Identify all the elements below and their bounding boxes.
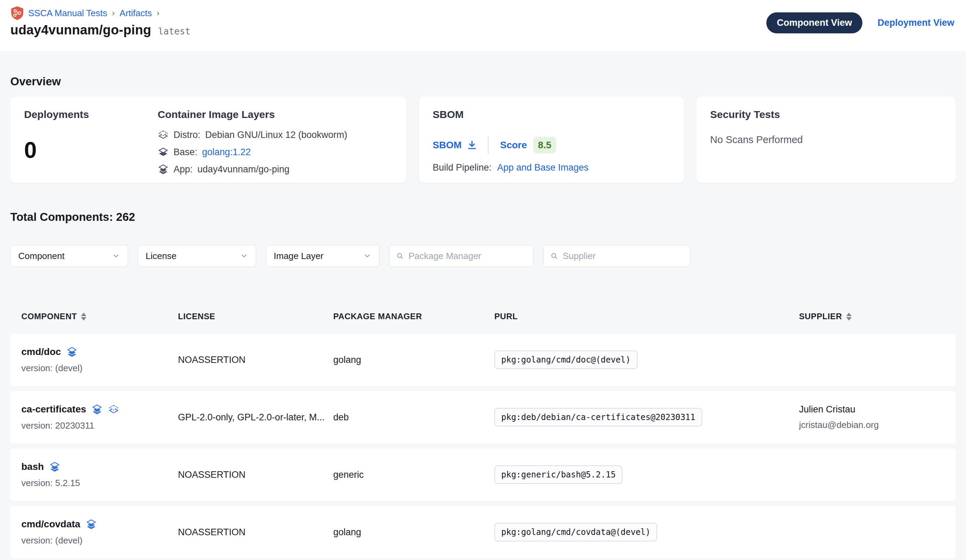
- purl-cell: pkg:golang/cmd/covdata@(devel): [495, 523, 799, 542]
- layers-solid-icon: [86, 519, 97, 530]
- security-tests-status: No Scans Performed: [710, 134, 942, 146]
- image-layer-filter-label: Image Layer: [274, 251, 324, 262]
- chevron-down-icon: [112, 252, 120, 260]
- column-header-package-manager: PACKAGE MANAGER: [333, 312, 495, 321]
- filters-row: Component License Image Layer: [10, 245, 956, 267]
- table-row[interactable]: cmd/doc version: (devel) NOASSERTION gol…: [10, 334, 956, 386]
- app-layer-row: App: uday4vunnam/go-ping: [158, 164, 347, 175]
- component-name: cmd/covdata: [21, 519, 80, 530]
- table-row[interactable]: cmd/covdata version: (devel) NOASSERTION…: [10, 506, 956, 558]
- sort-icon[interactable]: [846, 313, 852, 321]
- base-image-link[interactable]: golang:1.22: [202, 147, 251, 157]
- layers-dashed-icon: [158, 129, 169, 140]
- ssca-shield-logo-icon: [10, 6, 24, 20]
- component-name: ca-certificates: [21, 404, 86, 415]
- purl-cell: pkg:deb/debian/ca-certificates@20230311: [495, 408, 799, 427]
- component-cell: ca-certificates version: 20230311: [21, 404, 178, 431]
- supplier-search-input[interactable]: [563, 251, 683, 262]
- license-filter-label: License: [146, 251, 177, 262]
- sbom-line: SBOM Score 8.5: [433, 136, 670, 155]
- artifact-detail-page: SSCA Manual Tests › Artifacts › uday4vun…: [0, 0, 966, 560]
- license-filter-dropdown[interactable]: License: [138, 245, 256, 267]
- component-version: version: (devel): [21, 363, 178, 373]
- column-header-component[interactable]: COMPONENT: [21, 312, 178, 321]
- license-cell: NOASSERTION: [178, 355, 333, 365]
- distro-value: Debian GNU/Linux 12 (bookworm): [205, 130, 347, 140]
- search-icon: [550, 252, 558, 260]
- component-name: bash: [21, 461, 44, 472]
- build-pipeline-link[interactable]: App and Base Images: [497, 162, 589, 173]
- image-layers-list: Distro: Debian GNU/Linux 12 (bookworm) B…: [158, 129, 347, 175]
- score-label: Score: [500, 140, 527, 151]
- distro-layer-row: Distro: Debian GNU/Linux 12 (bookworm): [158, 129, 347, 140]
- component-cell: bash version: 5.2.15: [21, 461, 178, 488]
- divider: [488, 136, 488, 154]
- artifact-tag: latest: [158, 26, 191, 36]
- image-layer-filter-dropdown[interactable]: Image Layer: [266, 245, 380, 267]
- app-label: App:: [174, 164, 193, 175]
- component-version: version: 5.2.15: [21, 478, 178, 488]
- overview-cards: Deployments 0 Container Image Layers Dis…: [10, 96, 956, 183]
- layers-dashed-icon: [108, 404, 119, 415]
- page-header: SSCA Manual Tests › Artifacts › uday4vun…: [0, 0, 966, 51]
- page-title: uday4vunnam/go-ping: [10, 23, 151, 38]
- download-icon[interactable]: [467, 140, 478, 151]
- chevron-down-icon: [240, 252, 248, 260]
- component-view-button[interactable]: Component View: [766, 12, 863, 33]
- column-header-supplier[interactable]: SUPPLIER: [799, 312, 945, 321]
- purl-chip: pkg:deb/debian/ca-certificates@20230311: [495, 408, 702, 427]
- sbom-card: SBOM SBOM Score 8.5 Build Pipeline: App …: [419, 96, 684, 183]
- supplier-email: jcristau@debian.org: [799, 420, 945, 430]
- column-header-supplier-label: SUPPLIER: [799, 312, 842, 321]
- image-layers-title: Container Image Layers: [158, 109, 347, 120]
- package-manager-cell: golang: [333, 355, 495, 365]
- breadcrumb-separator: ›: [156, 8, 160, 18]
- purl-chip: pkg:golang/cmd/doc@(devel): [495, 350, 637, 369]
- image-layers-section: Container Image Layers Distro: Debian GN…: [158, 109, 347, 170]
- component-version: version: (devel): [21, 535, 178, 546]
- purl-chip: pkg:generic/bash@5.2.15: [495, 465, 623, 484]
- layers-solid-icon: [66, 346, 77, 357]
- purl-cell: pkg:generic/bash@5.2.15: [495, 465, 799, 484]
- distro-label: Distro:: [174, 130, 200, 140]
- breadcrumb-link-project[interactable]: SSCA Manual Tests: [28, 8, 107, 18]
- component-name: cmd/doc: [21, 346, 61, 357]
- license-cell: GPL-2.0-only, GPL-2.0-or-later, M...: [178, 412, 333, 423]
- deployments-count: 0: [24, 137, 158, 163]
- supplier-name: Julien Cristau: [799, 404, 945, 415]
- components-table-body: cmd/doc version: (devel) NOASSERTION gol…: [10, 334, 956, 558]
- supplier-cell: Julien Cristau jcristau@debian.org: [799, 404, 945, 430]
- main-content: Overview Deployments 0 Container Image L…: [0, 75, 966, 558]
- component-cell: cmd/doc version: (devel): [21, 346, 178, 373]
- sort-icon[interactable]: [81, 313, 86, 321]
- package-manager-search-input[interactable]: [409, 251, 526, 262]
- column-header-purl: PURL: [495, 312, 799, 321]
- component-filter-label: Component: [18, 251, 64, 262]
- component-cell: cmd/covdata version: (devel): [21, 519, 178, 546]
- score-badge: 8.5: [533, 137, 556, 154]
- column-header-license: LICENSE: [178, 312, 333, 321]
- component-filter-dropdown[interactable]: Component: [10, 245, 128, 267]
- deployments-layers-card: Deployments 0 Container Image Layers Dis…: [10, 96, 407, 183]
- components-table-header: COMPONENT LICENSE PACKAGE MANAGER PURL S…: [10, 309, 956, 323]
- sbom-download-link[interactable]: SBOM: [433, 140, 478, 151]
- column-header-component-label: COMPONENT: [21, 312, 77, 321]
- security-tests-card: Security Tests No Scans Performed: [697, 96, 956, 183]
- package-manager-search: [389, 245, 534, 267]
- component-version: version: 20230311: [21, 420, 178, 431]
- sbom-title: SBOM: [433, 109, 670, 120]
- supplier-search: [543, 245, 691, 267]
- license-cell: NOASSERTION: [178, 470, 333, 480]
- table-row[interactable]: ca-certificates version: 20230311 GPL-2.…: [10, 391, 956, 444]
- deployment-view-link[interactable]: Deployment View: [877, 18, 954, 28]
- deployments-section: Deployments 0: [24, 109, 158, 170]
- column-header-purl-label: PURL: [495, 312, 518, 321]
- purl-cell: pkg:golang/cmd/doc@(devel): [495, 350, 799, 369]
- table-row[interactable]: bash version: 5.2.15 NOASSERTION generic…: [10, 449, 956, 501]
- breadcrumb-link-artifacts[interactable]: Artifacts: [120, 8, 152, 18]
- license-cell: NOASSERTION: [178, 527, 333, 538]
- security-tests-title: Security Tests: [710, 109, 942, 120]
- package-manager-cell: deb: [333, 412, 495, 423]
- purl-chip: pkg:golang/cmd/covdata@(devel): [495, 523, 657, 542]
- chevron-down-icon: [363, 252, 371, 260]
